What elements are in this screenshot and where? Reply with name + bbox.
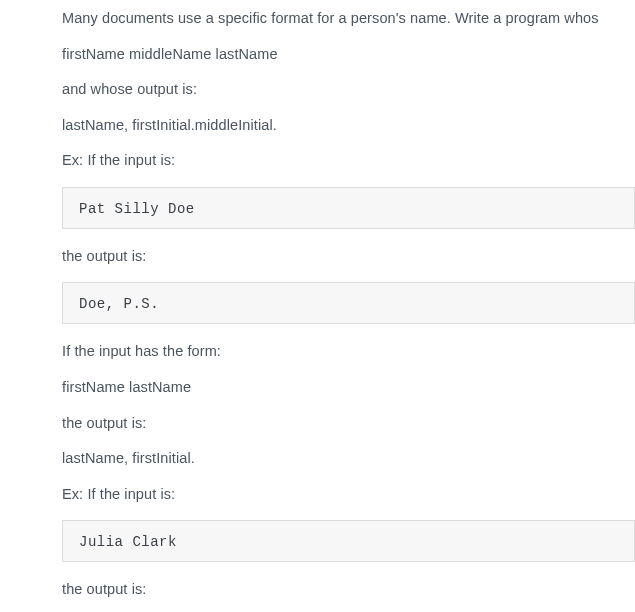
- output-format-three: lastName, firstInitial.middleInitial.: [62, 116, 635, 136]
- output-intro-1: and whose output is:: [62, 80, 635, 100]
- example-input-label-2: Ex: If the input is:: [62, 485, 635, 505]
- output-label-1: the output is:: [62, 247, 635, 267]
- code-block-input-1: Pat Silly Doe: [62, 187, 635, 229]
- alt-form-intro: If the input has the form:: [62, 342, 635, 362]
- problem-statement: Many documents use a specific format for…: [0, 0, 635, 612]
- format-two-names: firstName lastName: [62, 378, 635, 398]
- code-block-input-2: Julia Clark: [62, 520, 635, 562]
- format-three-names: firstName middleName lastName: [62, 45, 635, 65]
- intro-text: Many documents use a specific format for…: [62, 9, 635, 29]
- code-block-output-1: Doe, P.S.: [62, 282, 635, 324]
- output-format-two: lastName, firstInitial.: [62, 449, 635, 469]
- code-text: Pat Silly Doe: [79, 201, 195, 217]
- example-input-label-1: Ex: If the input is:: [62, 151, 635, 171]
- code-text: Julia Clark: [79, 534, 177, 550]
- output-label-2: the output is:: [62, 580, 635, 600]
- code-text: Doe, P.S.: [79, 296, 159, 312]
- output-intro-2: the output is:: [62, 414, 635, 434]
